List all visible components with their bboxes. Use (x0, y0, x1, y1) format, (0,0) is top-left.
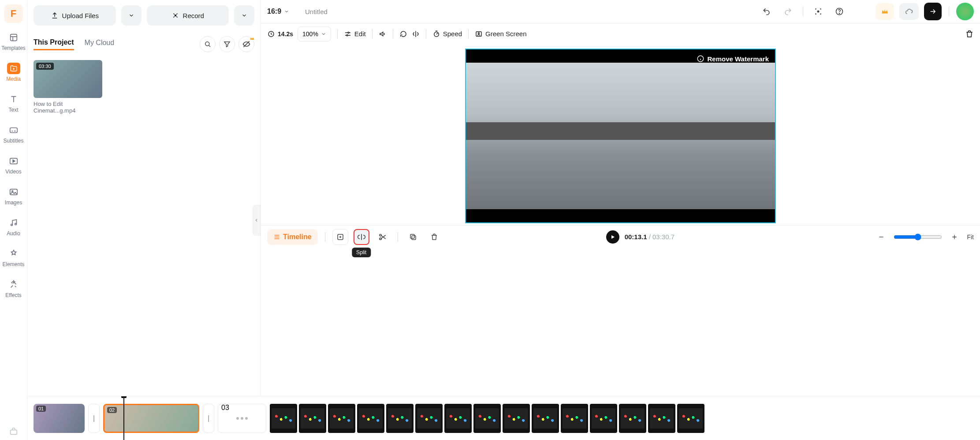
divider (393, 29, 393, 39)
cloud-sync-button[interactable] (899, 3, 919, 20)
sidebar-item-label: Effects (5, 292, 21, 298)
filter-button[interactable] (219, 36, 235, 52)
watermark-label: Remove Watermark (707, 55, 769, 63)
upload-files-button[interactable]: Upload Files (34, 5, 116, 26)
sidebar-item-text[interactable]: Text (0, 91, 27, 116)
zoom-slider[interactable] (894, 233, 942, 241)
timeline-frame[interactable] (328, 404, 355, 433)
media-panel: Upload Files Record This Project My Clou… (27, 0, 261, 440)
sidebar-item-images[interactable]: Images (0, 184, 27, 208)
help-icon (835, 7, 844, 16)
redo-button[interactable] (780, 4, 796, 19)
sidebar-item-label: Elements (2, 261, 24, 267)
export-button[interactable] (924, 3, 942, 20)
fit-button[interactable]: Fit (967, 233, 974, 241)
screenshot-button[interactable] (810, 4, 826, 19)
edit-label: Edit (354, 30, 366, 38)
play-icon (610, 234, 616, 240)
timeline-frame[interactable] (270, 404, 297, 433)
clip-handle[interactable]: | (88, 404, 100, 433)
sidebar-item-brand[interactable] (0, 423, 27, 440)
sidebar-item-label: Text (8, 107, 18, 113)
scissors-icon (378, 233, 387, 241)
playhead[interactable] (123, 396, 124, 440)
timeline-clip[interactable]: 01 (34, 404, 85, 433)
timeline-clip-loading[interactable]: 03 (218, 404, 266, 433)
timeline-frame[interactable] (648, 404, 675, 433)
clip-number: 01 (36, 406, 46, 412)
timeline-label-text: Timeline (283, 233, 312, 241)
plus-box-icon (336, 233, 344, 241)
flip-icon (412, 30, 420, 38)
delete-button[interactable] (426, 229, 442, 245)
timeline-frame[interactable] (503, 404, 530, 433)
zoom-out-button[interactable] (873, 229, 889, 245)
sidebar-item-videos[interactable]: Videos (0, 153, 27, 177)
greenscreen-button[interactable]: Green Screen (475, 30, 526, 38)
sidebar-item-templates[interactable]: Templates (0, 29, 27, 54)
capture-icon (814, 7, 823, 16)
aspect-ratio-select[interactable]: 16:9 (267, 8, 289, 15)
timeline-frame[interactable] (561, 404, 588, 433)
text-icon (8, 94, 19, 105)
sidebar-item-effects[interactable]: Effects (0, 276, 27, 301)
duplicate-button[interactable] (405, 229, 421, 245)
hide-used-button[interactable] (238, 36, 254, 52)
timeline-frame[interactable] (473, 404, 501, 433)
subtitles-icon (8, 124, 19, 136)
briefcase-icon (8, 426, 19, 437)
chevron-left-icon (254, 218, 259, 222)
record-dropdown-button[interactable] (234, 5, 254, 26)
zoom-in-button[interactable] (946, 229, 962, 245)
timeline-frame[interactable] (444, 404, 472, 433)
zoom-select[interactable]: 100% (298, 26, 331, 41)
timeline-clip-selected[interactable]: 02 (103, 404, 199, 433)
premium-button[interactable] (876, 3, 894, 20)
media-icon (7, 63, 20, 74)
timeline-label[interactable]: Timeline (267, 229, 318, 245)
cut-button[interactable] (375, 229, 391, 245)
play-button[interactable] (606, 230, 619, 244)
delete-clip-button[interactable] (965, 30, 974, 38)
undo-button[interactable] (759, 4, 775, 19)
divider (398, 232, 398, 242)
help-button[interactable] (831, 4, 847, 19)
timeline-frame[interactable] (299, 404, 326, 433)
search-button[interactable] (200, 36, 216, 52)
timeline-frame[interactable] (357, 404, 384, 433)
tab-this-project[interactable]: This Project (34, 38, 74, 50)
clip-handle[interactable]: | (203, 404, 214, 433)
timeline-frame[interactable] (619, 404, 646, 433)
remove-watermark-button[interactable]: Remove Watermark (697, 55, 769, 63)
sidebar-item-label: Images (5, 199, 22, 206)
sidebar-item-audio[interactable]: Audio (0, 214, 27, 239)
project-title[interactable]: Untitled (305, 8, 328, 15)
split-button[interactable] (354, 229, 369, 245)
rotate-button[interactable] (399, 30, 407, 38)
sidebar-item-subtitles[interactable]: Subtitles (0, 122, 27, 147)
collapse-panel-button[interactable] (253, 205, 261, 236)
edit-button[interactable]: Edit (344, 30, 366, 38)
add-track-button[interactable] (332, 229, 348, 245)
video-preview[interactable]: Remove Watermark (465, 49, 776, 223)
svg-point-6 (15, 223, 16, 225)
timeline-frame[interactable] (415, 404, 443, 433)
record-button[interactable]: Record (147, 5, 229, 26)
speed-button[interactable]: Speed (432, 30, 462, 38)
flip-button[interactable] (412, 30, 420, 38)
tab-my-cloud[interactable]: My Cloud (85, 39, 115, 49)
divider (426, 29, 426, 39)
media-thumbnail[interactable]: 03:30 (34, 60, 102, 98)
timeline-frame[interactable] (590, 404, 617, 433)
clip-duration[interactable]: 14.2s (267, 30, 293, 38)
timeline-frame[interactable] (532, 404, 559, 433)
timeline-frames[interactable] (270, 404, 974, 433)
media-item[interactable]: 03:30 How to Edit Cinemat...g.mp4 (34, 60, 102, 114)
sidebar-item-elements[interactable]: Elements (0, 245, 27, 270)
user-avatar[interactable] (956, 3, 974, 20)
timeline-frame[interactable] (677, 404, 704, 433)
timeline-frame[interactable] (386, 404, 414, 433)
sidebar-item-media[interactable]: Media (0, 60, 27, 85)
upload-dropdown-button[interactable] (121, 5, 142, 26)
volume-button[interactable] (379, 30, 387, 38)
